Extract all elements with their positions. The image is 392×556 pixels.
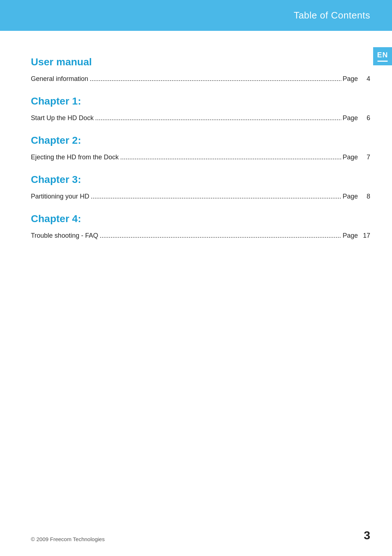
section-chapter-3: Chapter 3: Partitioning your HD ........… (31, 174, 370, 200)
footer: © 2009 Freecom Technologies 3 (0, 529, 392, 542)
section-heading-chapter-2: Chapter 2: (31, 135, 370, 146)
toc-entry-text: Ejecting the HD from the Dock (31, 154, 119, 161)
toc-page-label: Page (343, 75, 358, 83)
toc-page-label: Page (343, 114, 358, 122)
section-heading-chapter-1: Chapter 1: (31, 95, 370, 107)
toc-entry-text: Start Up the HD Dock (31, 114, 94, 122)
toc-page-num: 8 (360, 193, 370, 200)
section-heading-chapter-3: Chapter 3: (31, 174, 370, 185)
toc-entry-text: General information (31, 75, 88, 83)
section-chapter-4: Chapter 4: Trouble shooting - FAQ ......… (31, 213, 370, 240)
section-chapter-1: Chapter 1: Start Up the HD Dock ........… (31, 95, 370, 122)
toc-entry-partitioning: Partitioning your HD ...................… (31, 193, 370, 200)
toc-dots: ........................................… (99, 232, 341, 240)
main-content: User manual General information ........… (0, 31, 392, 272)
toc-entry-startup: Start Up the HD Dock ...................… (31, 114, 370, 122)
toc-page-num: 4 (360, 75, 370, 83)
toc-entry-text: Partitioning your HD (31, 193, 89, 200)
toc-dots: ........................................… (91, 193, 341, 200)
toc-page-num: 6 (360, 114, 370, 122)
toc-entry-ejecting: Ejecting the HD from the Dock ..........… (31, 154, 370, 161)
toc-page-num: 7 (360, 154, 370, 161)
section-heading-user-manual: User manual (31, 56, 370, 68)
toc-dots: ........................................… (95, 114, 341, 122)
toc-page-label: Page (343, 193, 358, 200)
section-heading-chapter-4: Chapter 4: (31, 213, 370, 225)
footer-page-number: 3 (364, 529, 370, 542)
toc-dots: ........................................… (90, 75, 341, 83)
section-chapter-2: Chapter 2: Ejecting the HD from the Dock… (31, 135, 370, 161)
toc-page-label: Page (343, 232, 358, 240)
footer-copyright: © 2009 Freecom Technologies (31, 536, 105, 542)
toc-entry-troubleshooting: Trouble shooting - FAQ .................… (31, 232, 370, 240)
header-bar: Table of Contents (0, 0, 392, 31)
header-title: Table of Contents (294, 10, 370, 21)
toc-entry-general-information: General information ....................… (31, 75, 370, 83)
section-user-manual: User manual General information ........… (31, 56, 370, 83)
toc-dots: ........................................… (120, 154, 341, 161)
toc-page-label: Page (343, 154, 358, 161)
toc-page-num: 17 (360, 232, 370, 240)
toc-entry-text: Trouble shooting - FAQ (31, 232, 98, 240)
